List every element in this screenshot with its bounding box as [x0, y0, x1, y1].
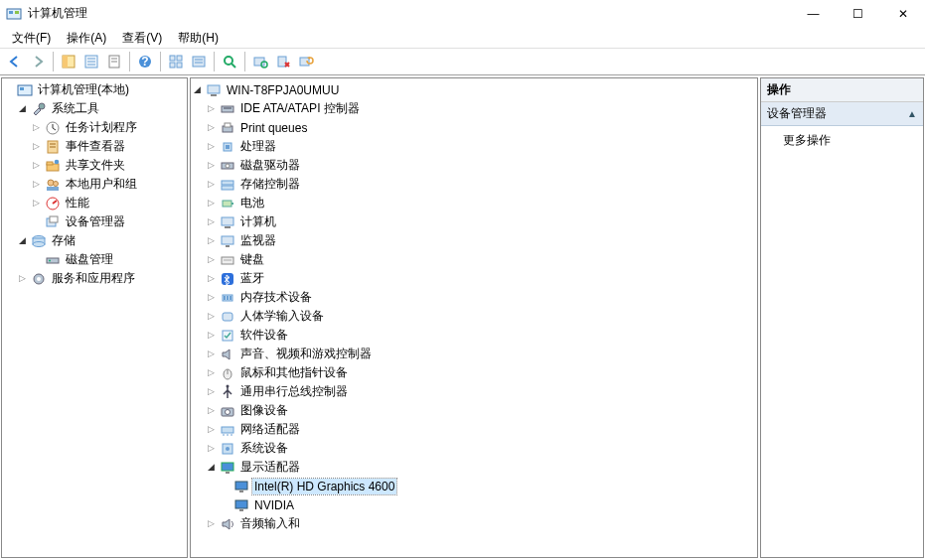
- expander-closed-icon[interactable]: ▷: [205, 444, 217, 453]
- expander-closed-icon[interactable]: ▷: [205, 180, 217, 189]
- expander-closed-icon[interactable]: ▷: [205, 406, 217, 415]
- console-tree[interactable]: 计算机管理(本地)◢系统工具▷任务计划程序▷事件查看器▷共享文件夹▷本地用户和组…: [2, 78, 187, 290]
- expander-closed-icon[interactable]: ▷: [205, 293, 217, 302]
- device-tree-item[interactable]: ▷通用串行总线控制器: [191, 382, 757, 401]
- scan-hardware-button[interactable]: [249, 51, 271, 72]
- expander-open-icon[interactable]: ◢: [191, 85, 203, 94]
- expander-closed-icon[interactable]: ▷: [205, 217, 217, 226]
- show-hide-tree-button[interactable]: [58, 51, 79, 72]
- update-driver-button[interactable]: [295, 51, 317, 72]
- help-button[interactable]: ?: [134, 51, 156, 72]
- console-tree-item[interactable]: ▷共享文件夹: [2, 156, 187, 175]
- device-tree-item[interactable]: Intel(R) HD Graphics 4600: [191, 477, 757, 495]
- menu-help[interactable]: 帮助(H): [170, 28, 227, 49]
- console-tree-item[interactable]: 设备管理器: [2, 212, 187, 231]
- minimize-button[interactable]: —: [791, 0, 836, 28]
- device-tree-item[interactable]: ◢WIN-T8FPJA0UMUU: [191, 80, 757, 99]
- menu-action[interactable]: 操作(A): [59, 28, 114, 49]
- expander-closed-icon[interactable]: ▷: [30, 123, 42, 132]
- device-tree-item[interactable]: ▷蓝牙: [191, 269, 757, 288]
- device-tree-label: 蓝牙: [238, 269, 266, 288]
- actions-sub-header[interactable]: 设备管理器 ▲: [761, 102, 923, 126]
- expander-closed-icon[interactable]: ▷: [205, 161, 217, 170]
- forward-button[interactable]: [27, 51, 49, 72]
- expander-closed-icon[interactable]: ▷: [30, 180, 42, 189]
- expander-closed-icon[interactable]: ▷: [205, 312, 217, 321]
- device-tree-item[interactable]: ▷磁盘驱动器: [191, 156, 757, 175]
- expander-closed-icon[interactable]: ▷: [16, 274, 28, 283]
- device-tree[interactable]: ◢WIN-T8FPJA0UMUU▷IDE ATA/ATAPI 控制器▷Print…: [191, 78, 757, 535]
- back-button[interactable]: [4, 51, 26, 72]
- expander-closed-icon[interactable]: ▷: [205, 142, 217, 151]
- expander-closed-icon[interactable]: ▷: [205, 255, 217, 264]
- device-tree-item[interactable]: NVIDIA: [191, 495, 757, 514]
- device-tree-item[interactable]: ▷网络适配器: [191, 420, 757, 439]
- keyboard-icon: [220, 252, 235, 268]
- expander-closed-icon[interactable]: ▷: [205, 519, 217, 528]
- device-tree-item[interactable]: ▷计算机: [191, 212, 757, 231]
- expander-open-icon[interactable]: ◢: [16, 236, 28, 245]
- actions-more[interactable]: 更多操作: [761, 126, 923, 155]
- expander-closed-icon[interactable]: ▷: [30, 142, 42, 151]
- device-tree-item[interactable]: ▷处理器: [191, 137, 757, 156]
- device-tree-item[interactable]: ▷Print queues: [191, 118, 757, 137]
- expander-closed-icon[interactable]: ▷: [205, 123, 217, 132]
- console-tree-item[interactable]: ▷任务计划程序: [2, 118, 187, 137]
- expander-closed-icon[interactable]: ▷: [205, 350, 217, 358]
- device-tree-label: 声音、视频和游戏控制器: [238, 345, 374, 363]
- device-tree-item[interactable]: ▷键盘: [191, 250, 757, 269]
- device-tree-item[interactable]: ▷鼠标和其他指针设备: [191, 363, 757, 382]
- expander-closed-icon[interactable]: ▷: [205, 425, 217, 434]
- expander-closed-icon[interactable]: ▷: [30, 199, 42, 208]
- console-tree-item[interactable]: 计算机管理(本地): [2, 80, 187, 99]
- expander-closed-icon[interactable]: ▷: [205, 236, 217, 245]
- menu-file[interactable]: 文件(F): [4, 28, 59, 49]
- expander-open-icon[interactable]: ◢: [205, 463, 217, 472]
- console-tree-label: 设备管理器: [64, 212, 127, 231]
- view-small-icons-button[interactable]: [188, 51, 210, 72]
- expander-closed-icon[interactable]: ▷: [205, 387, 217, 396]
- svg-line-22: [231, 64, 235, 68]
- view-large-icons-button[interactable]: [165, 51, 187, 72]
- console-tree-item[interactable]: ▷事件查看器: [2, 137, 187, 156]
- device-tree-item[interactable]: ▷音频输入和: [191, 514, 757, 533]
- svg-rect-17: [177, 63, 182, 68]
- find-button[interactable]: [219, 51, 240, 72]
- console-tree-item[interactable]: 磁盘管理: [2, 250, 187, 269]
- properties-button[interactable]: [80, 51, 102, 72]
- console-tree-item[interactable]: ◢存储: [2, 231, 187, 250]
- device-tree-item[interactable]: ◢显示适配器: [191, 458, 757, 477]
- close-button[interactable]: ✕: [880, 0, 925, 28]
- device-tree-item[interactable]: ▷系统设备: [191, 439, 757, 458]
- device-tree-item[interactable]: ▷内存技术设备: [191, 288, 757, 307]
- console-tree-item[interactable]: ▷本地用户和组: [2, 175, 187, 194]
- device-tree-item[interactable]: ▷存储控制器: [191, 175, 757, 194]
- export-list-button[interactable]: [103, 51, 125, 72]
- svg-point-39: [48, 180, 54, 186]
- expander-closed-icon[interactable]: ▷: [30, 161, 42, 170]
- svg-point-50: [49, 259, 51, 261]
- uninstall-device-button[interactable]: [272, 51, 294, 72]
- device-tree-item[interactable]: ▷ 电池: [191, 194, 757, 212]
- device-tree-item[interactable]: ▷监视器: [191, 231, 757, 250]
- device-tree-item[interactable]: ▷声音、视频和游戏控制器: [191, 345, 757, 363]
- device-tree-item[interactable]: ▷软件设备: [191, 326, 757, 345]
- device-tree-item[interactable]: ▷IDE ATA/ATAPI 控制器: [191, 99, 757, 118]
- console-tree-item[interactable]: ◢系统工具: [2, 99, 187, 118]
- maximize-button[interactable]: ☐: [836, 0, 880, 28]
- expander-open-icon[interactable]: ◢: [16, 104, 28, 113]
- expander-closed-icon[interactable]: ▷: [205, 199, 217, 208]
- expander-closed-icon[interactable]: ▷: [205, 274, 217, 283]
- menu-view[interactable]: 查看(V): [114, 28, 170, 49]
- device-tree-item[interactable]: ▷图像设备: [191, 401, 757, 420]
- menu-bar: 文件(F) 操作(A) 查看(V) 帮助(H): [0, 28, 925, 48]
- expander-closed-icon[interactable]: ▷: [205, 331, 217, 340]
- event-icon: [45, 139, 61, 155]
- expander-closed-icon[interactable]: ▷: [205, 104, 217, 113]
- toolbar-separator: [160, 52, 161, 71]
- expander-closed-icon[interactable]: ▷: [205, 368, 217, 377]
- console-tree-item[interactable]: ▷服务和应用程序: [2, 269, 187, 288]
- software-icon: [220, 328, 235, 344]
- console-tree-item[interactable]: ▷性能: [2, 194, 187, 212]
- device-tree-item[interactable]: ▷人体学输入设备: [191, 307, 757, 326]
